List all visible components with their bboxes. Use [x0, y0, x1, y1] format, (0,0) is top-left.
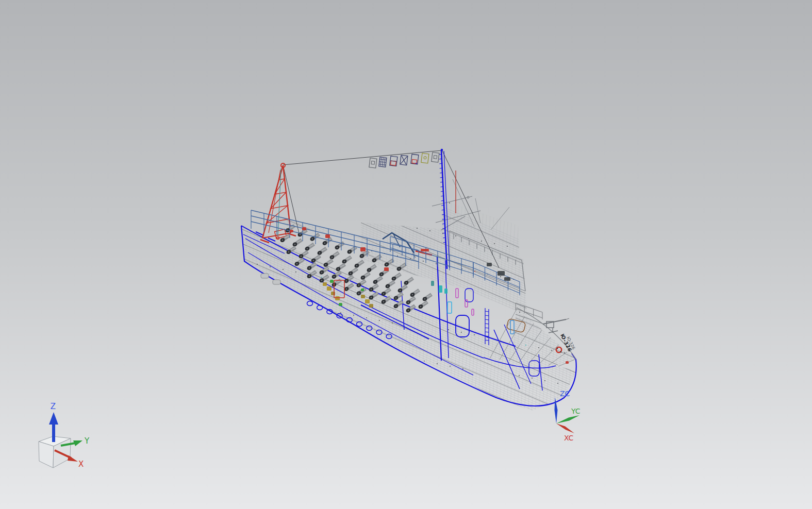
model-canvas[interactable]: Ю-326 Ю-326 ZC YC XC [0, 0, 812, 509]
signal-flag [421, 153, 429, 163]
cad-viewport[interactable]: Ю-326 Ю-326 ZC YC XC [0, 0, 812, 509]
wcs-zc-label: ZC [560, 389, 570, 398]
signal-flag [369, 158, 377, 168]
x-axis-label: X [78, 460, 84, 469]
wcs-triad[interactable]: ZC YC XC [555, 389, 581, 442]
wcs-yc-axis-arrow[interactable] [556, 415, 579, 423]
z-axis-label: Z [51, 402, 56, 411]
ship-wireframe-fill [227, 117, 593, 509]
bow-gun [543, 318, 569, 333]
hull-outline [241, 226, 576, 406]
signal-flag [432, 152, 439, 162]
signal-flag [379, 157, 387, 167]
view-orientation-triad: Z Y X [39, 402, 90, 469]
signal-flags [369, 152, 439, 168]
wcs-xc-label: XC [564, 434, 574, 442]
signal-flag [411, 154, 419, 164]
y-axis-label: Y [84, 436, 90, 446]
signal-flag [400, 155, 408, 165]
wcs-yc-label: YC [571, 407, 581, 415]
wcs-xc-axis-arrow[interactable] [556, 423, 574, 433]
view-cube-left-face [39, 442, 54, 468]
signal-flag [390, 156, 397, 166]
hatch-coaming [506, 318, 526, 333]
ship-model[interactable]: Ю-326 Ю-326 [241, 149, 576, 406]
